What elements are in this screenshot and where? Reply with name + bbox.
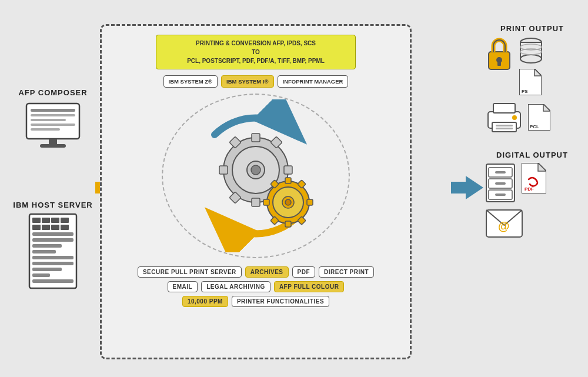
left-column: AFP COMPOSER IBM HOST SERVER xyxy=(12,88,94,289)
svg-rect-66 xyxy=(496,125,513,126)
pdf-doc: PDF xyxy=(522,163,546,196)
right-column: PRINT OUTPUT xyxy=(485,24,579,241)
print-output-section: PRINT OUTPUT xyxy=(485,24,579,133)
svg-rect-12 xyxy=(61,218,69,223)
monitor-icon xyxy=(24,101,82,154)
tag-direct-print: DIRECT PRINT xyxy=(319,266,374,278)
svg-text:@: @ xyxy=(498,219,510,232)
svg-rect-6 xyxy=(49,139,57,145)
svg-point-68 xyxy=(512,115,517,120)
svg-marker-79 xyxy=(538,163,546,171)
ibm-host-title: IBM HOST SERVER xyxy=(13,201,92,209)
tag-printer-func: PRINTER FUNCTIONALITIES xyxy=(232,296,329,307)
svg-rect-1 xyxy=(31,109,75,112)
svg-rect-32 xyxy=(252,134,260,142)
svg-point-31 xyxy=(251,165,260,175)
tag-pdf: PDF xyxy=(292,266,316,278)
server-rack-icon xyxy=(26,213,79,289)
filing-cabinet-icon xyxy=(485,163,516,203)
svg-rect-33 xyxy=(252,198,260,206)
svg-rect-75 xyxy=(495,182,506,185)
bottom-tags: SECURE PULL PRINT SERVER ARCHIVES PDF DI… xyxy=(111,266,401,307)
email-icon: @ xyxy=(485,209,523,238)
svg-rect-44 xyxy=(285,178,291,184)
svg-rect-2 xyxy=(31,114,75,116)
svg-rect-13 xyxy=(32,225,41,230)
afp-composer-title: AFP COMPOSER xyxy=(18,88,87,97)
svg-rect-34 xyxy=(219,166,228,174)
svg-rect-47 xyxy=(307,199,313,205)
svg-rect-64 xyxy=(493,104,515,113)
svg-rect-14 xyxy=(42,225,50,230)
pdf-label: PDF xyxy=(524,186,534,192)
svg-point-43 xyxy=(285,199,291,205)
tag-email: EMAIL xyxy=(168,281,198,292)
afp-composer-section: AFP COMPOSER xyxy=(18,88,87,154)
svg-rect-35 xyxy=(284,166,292,174)
svg-rect-3 xyxy=(31,119,66,121)
ps-doc: PS xyxy=(519,69,543,98)
svg-rect-11 xyxy=(51,218,59,223)
svg-rect-15 xyxy=(51,225,59,230)
svg-rect-67 xyxy=(496,128,513,129)
svg-rect-46 xyxy=(263,199,269,205)
diagram-container: AFP COMPOSER IBM HOST SERVER xyxy=(6,6,582,371)
tag-10000-ppm: 10,000 PPM xyxy=(182,296,228,307)
svg-rect-18 xyxy=(32,238,74,242)
svg-rect-19 xyxy=(32,244,62,248)
svg-rect-7 xyxy=(40,144,66,148)
center-box: PRINTING & CONVERSION AFP, IPDS, SCS TO … xyxy=(100,24,412,359)
pcl-doc: PCL xyxy=(528,104,550,133)
svg-rect-17 xyxy=(32,232,74,236)
svg-rect-77 xyxy=(495,193,506,196)
svg-rect-21 xyxy=(32,256,74,259)
svg-marker-62 xyxy=(534,69,542,76)
sys-tag-infoprint: INFOPRINT MANAGER xyxy=(278,75,349,88)
output-arrow xyxy=(451,176,483,202)
bottom-tags-row2: EMAIL LEGAL ARCHIVING AFP FULL COLOUR xyxy=(168,281,345,292)
print-output-title: PRINT OUTPUT xyxy=(485,24,579,33)
svg-rect-73 xyxy=(495,171,506,174)
svg-rect-9 xyxy=(32,218,41,223)
gear-circle xyxy=(162,94,350,258)
svg-rect-16 xyxy=(61,225,69,230)
ps-label: PS xyxy=(522,89,528,94)
svg-rect-23 xyxy=(32,268,62,271)
gears-arrows-svg xyxy=(168,99,344,252)
printer-icon xyxy=(485,102,523,133)
digital-output-section: DIGITAL OUTPUT xyxy=(485,151,579,241)
svg-rect-25 xyxy=(32,279,74,283)
lock-icon xyxy=(485,36,513,73)
tag-archives: ARCHIVES xyxy=(245,266,289,278)
svg-rect-55 xyxy=(497,61,501,66)
conversion-label: PRINTING & CONVERSION AFP, IPDS, SCS TO … xyxy=(156,35,356,69)
system-badges-row: IBM SYSTEM Z® IBM SYSTEM I® INFOPRINT MA… xyxy=(163,75,349,88)
sys-tag-ibm-z: IBM SYSTEM Z® xyxy=(163,75,218,88)
svg-rect-20 xyxy=(32,250,56,253)
svg-point-58 xyxy=(520,55,542,63)
svg-rect-5 xyxy=(31,128,60,131)
bottom-tags-row3: 10,000 PPM PRINTER FUNCTIONALITIES xyxy=(182,296,329,307)
database-icon xyxy=(519,36,543,66)
email-section: @ xyxy=(485,209,579,241)
svg-marker-70 xyxy=(543,104,550,111)
svg-rect-45 xyxy=(285,221,291,227)
ibm-host-section: IBM HOST SERVER xyxy=(13,201,92,289)
svg-rect-65 xyxy=(492,122,516,132)
tag-legal-archiving: LEGAL ARCHIVING xyxy=(201,281,270,292)
digital-output-title: DIGITAL OUTPUT xyxy=(485,151,579,159)
svg-marker-52 xyxy=(451,176,483,199)
bottom-tags-row1: SECURE PULL PRINT SERVER ARCHIVES PDF DI… xyxy=(138,266,374,278)
sys-tag-ibm-i: IBM SYSTEM I® xyxy=(221,75,273,88)
svg-rect-10 xyxy=(42,218,50,223)
output-arrow-icon xyxy=(451,176,483,199)
pcl-label: PCL xyxy=(530,124,539,129)
svg-rect-24 xyxy=(32,273,50,277)
svg-rect-22 xyxy=(32,262,74,265)
svg-rect-4 xyxy=(31,124,75,126)
tag-afp-full-colour: AFP FULL COLOUR xyxy=(274,281,345,292)
tag-secure-pull: SECURE PULL PRINT SERVER xyxy=(138,266,242,278)
